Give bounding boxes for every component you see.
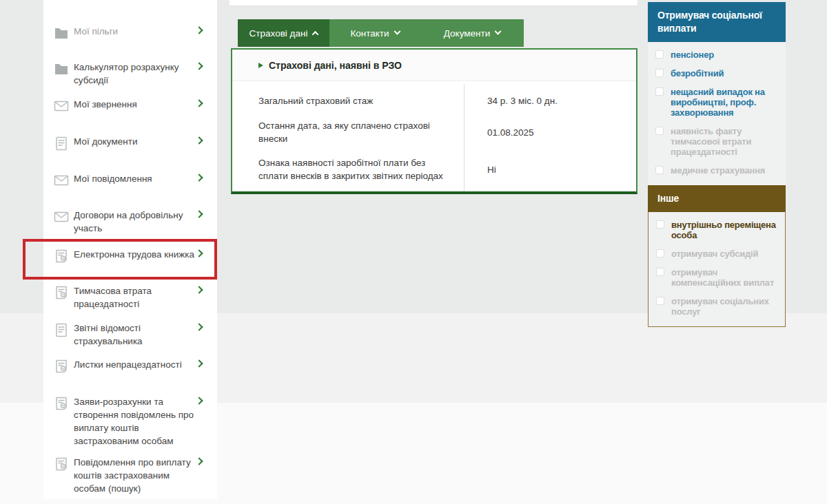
- checkbox-icon: [656, 249, 664, 258]
- left-sidebar-menu: Мої пільги Калькулятор розрахунку субсид…: [43, 0, 217, 499]
- other-section-header: Інше: [648, 185, 786, 212]
- checkbox-item-work-accident[interactable]: нещасний випадок на виробництві, проф. з…: [648, 83, 786, 122]
- table-row: Остання дата, за яку сплачено страхові в…: [232, 117, 636, 147]
- checkbox-item-internally-displaced[interactable]: внутрішньо переміщена особа: [649, 216, 785, 244]
- folder-icon: [53, 25, 70, 44]
- envelope-icon: [53, 209, 70, 228]
- checkbox-icon[interactable]: [655, 69, 664, 77]
- checkbox-label: отримувач соціальних послуг: [671, 296, 769, 317]
- row-label: Загальний страховий стаж: [232, 84, 464, 117]
- sidebar-item-label: Мої документи: [74, 135, 203, 148]
- row-value: Ні: [464, 147, 636, 191]
- tab-documents[interactable]: Документи: [420, 19, 524, 47]
- row-value: 34 р. 3 міс. 0 дн.: [464, 84, 636, 117]
- tab-label: Контакти: [350, 28, 389, 39]
- checkbox-icon: [656, 297, 664, 305]
- envelope-icon: [53, 98, 70, 117]
- chevron-down-icon: [394, 28, 400, 34]
- row-value: 01.08.2025: [464, 117, 636, 147]
- folder-icon: [53, 61, 70, 80]
- sidebar-item-label: Мої пільги: [74, 25, 203, 38]
- sidebar-item-label: Мої повідомлення: [74, 172, 203, 185]
- checkbox-item-social-services-recipient: отримувач соціальних послуг: [649, 292, 785, 321]
- panel-title: Страхові дані, наявні в РЗО: [269, 60, 402, 71]
- checkbox-label: отримувач компенсаційних виплат: [671, 267, 774, 288]
- checkbox-label: безробітний: [671, 68, 724, 78]
- checkbox-item-subsidy-recipient: отримувач субсидій: [649, 244, 785, 263]
- table-row: Ознака наявності заробітної плати без сп…: [232, 147, 636, 191]
- document-gear-icon: [53, 395, 70, 414]
- checkbox-icon: [655, 166, 664, 174]
- chevron-down-icon: [495, 28, 502, 34]
- document-gear-icon: [53, 456, 70, 475]
- sidebar-item-label: Звітні відомості страхувальника: [74, 322, 203, 348]
- document-icon: [53, 135, 70, 154]
- sidebar-item-label: Договори на добровільну участь: [74, 209, 203, 235]
- checkbox-label: нещасний випадок на виробництві, проф. з…: [671, 87, 765, 118]
- checkbox-label: пенсіонер: [671, 50, 714, 60]
- checkbox-icon[interactable]: [655, 50, 664, 59]
- checkbox-item-temporary-disability-fact: наявність факту тимчасової втрати працез…: [648, 122, 786, 161]
- checkbox-icon: [655, 127, 664, 135]
- tab-contacts[interactable]: Контакти: [329, 19, 420, 47]
- sidebar-item-label: Мої звернення: [74, 98, 203, 111]
- sidebar-item-label: Тимчасова втрата працездатності: [74, 284, 203, 311]
- panel-rows: Загальний страховий стаж 34 р. 3 міс. 0 …: [232, 81, 636, 191]
- row-label: Остання дата, за яку сплачено страхові в…: [232, 117, 464, 147]
- checkbox-label: медичне страхування: [671, 165, 765, 176]
- sidebar-item-label: Електронна трудова книжка: [74, 248, 203, 261]
- checkbox-icon: [656, 268, 664, 276]
- right-sidebar-filters: Отримувач соціальної виплати пенсіонер б…: [648, 2, 786, 327]
- sidebar-item-label: Калькулятор розрахунку субсидії: [74, 61, 203, 87]
- document-icon: [53, 322, 70, 341]
- checkbox-item-compensation-recipient: отримувач компенсаційних виплат: [649, 263, 785, 292]
- checkbox-item-pensioner[interactable]: пенсіонер: [648, 45, 786, 64]
- social-payment-recipient-list: пенсіонер безробітний нещасний випадок н…: [648, 42, 786, 185]
- triangle-right-icon: [258, 63, 263, 68]
- row-label: Ознака наявності заробітної плати без сп…: [232, 147, 464, 191]
- envelope-icon: [53, 172, 70, 191]
- checkbox-icon[interactable]: [656, 220, 664, 229]
- social-payment-recipient-header: Отримувач соціальної виплати: [648, 2, 786, 42]
- section-tabbar: Страхові дані Контакти Документи: [238, 19, 524, 47]
- sidebar-item-label: Листки непрацездатності: [74, 358, 203, 371]
- sidebar-item-label: Заяви-розрахунки та створення повідомлен…: [74, 395, 203, 448]
- document-gear-icon: [53, 284, 70, 304]
- tab-insurance-data[interactable]: Страхові дані: [238, 19, 329, 47]
- insurance-data-panel: Страхові дані, наявні в РЗО Загальний ст…: [231, 48, 637, 194]
- document-gear-icon: [53, 248, 70, 267]
- tab-label: Страхові дані: [249, 28, 308, 39]
- chevron-up-icon: [312, 30, 319, 37]
- checkbox-label: наявність факту тимчасової втрати працез…: [671, 126, 751, 157]
- checkbox-item-unemployed[interactable]: безробітний: [648, 64, 786, 83]
- tab-label: Документи: [444, 28, 490, 39]
- checkbox-icon[interactable]: [655, 87, 664, 96]
- checkbox-label: отримувач субсидій: [671, 249, 758, 259]
- panel-header: Страхові дані, наявні в РЗО: [232, 50, 636, 81]
- other-section-list: внутрішньо переміщена особа отримувач су…: [648, 212, 786, 327]
- scrolled-card-edge: [229, 0, 637, 6]
- sidebar-item-label: Повідомлення про виплату коштів застрахо…: [74, 456, 203, 495]
- checkbox-item-medical-insurance: медичне страхування: [648, 161, 786, 180]
- checkbox-label: внутрішньо переміщена особа: [671, 220, 776, 240]
- document-gear-icon: [53, 358, 70, 377]
- table-row: Загальний страховий стаж 34 р. 3 міс. 0 …: [232, 84, 636, 117]
